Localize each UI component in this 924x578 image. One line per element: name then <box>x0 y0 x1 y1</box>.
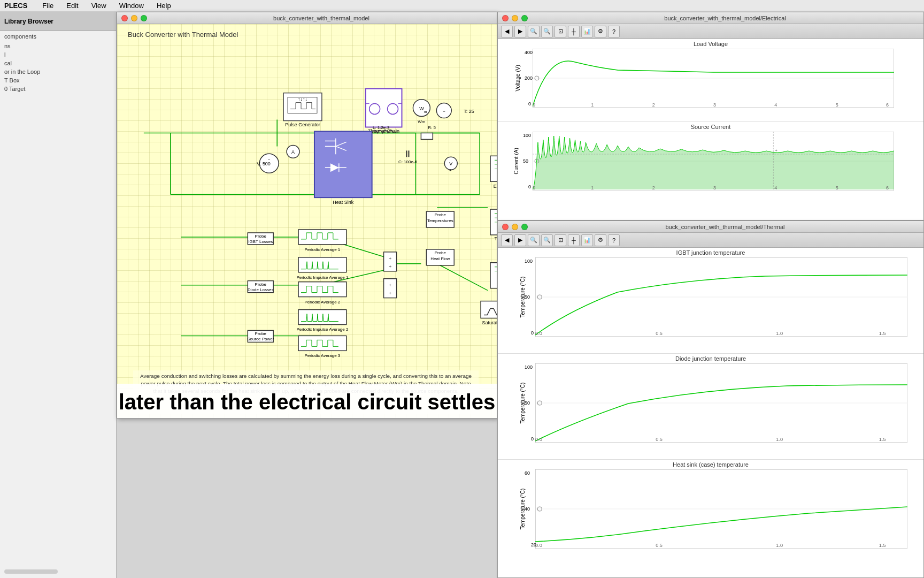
sidebar-item-target[interactable]: 0 Target <box>0 85 116 93</box>
settings-button[interactable]: ⚙ <box>595 26 606 37</box>
svg-text:1.5: 1.5 <box>879 437 886 442</box>
app-logo: PLECS <box>4 2 27 10</box>
cursor-button[interactable]: ┼ <box>568 26 580 37</box>
thermal-export-button[interactable]: 📊 <box>581 234 593 246</box>
svg-text:Probe: Probe <box>255 331 267 336</box>
svg-rect-102 <box>298 257 346 272</box>
menu-file[interactable]: File <box>40 2 56 10</box>
svg-text:m: m <box>424 110 427 113</box>
zoom-in-button[interactable]: 🔍 <box>528 26 540 37</box>
thermal-zoom-in-button[interactable]: 🔍 <box>528 234 540 246</box>
svg-text:L: 1.2e-3: L: 1.2e-3 <box>373 125 390 130</box>
electrical-chart-title: buck_converter_with_thermal_model/Electr… <box>531 15 919 21</box>
svg-text:2: 2 <box>652 185 655 191</box>
thermal-chart-toolbar: ◀ ▶ 🔍 🔍 ⊡ ┼ 📊 ⚙ ? <box>498 233 923 248</box>
svg-text:3: 3 <box>713 102 716 108</box>
close-button[interactable] <box>121 15 128 21</box>
thermal-settings-button[interactable]: ⚙ <box>595 234 606 246</box>
schematic-window-title: buck_converter_with_thermal_model <box>150 15 492 21</box>
svg-text:Periodic Impulse Average 2: Periodic Impulse Average 2 <box>296 327 348 332</box>
electrical-maximize-button[interactable] <box>521 15 528 21</box>
current-x-label: Time (s) <box>894 193 924 199</box>
svg-rect-106 <box>298 310 346 325</box>
svg-text:3: 3 <box>713 185 716 191</box>
electrical-chart-window: buck_converter_with_thermal_model/Electr… <box>497 12 924 220</box>
electrical-close-button[interactable] <box>502 15 509 21</box>
svg-text:Probe: Probe <box>435 212 446 217</box>
nav-back-button[interactable]: ◀ <box>501 26 513 37</box>
load-voltage-plot: Voltage (V) 400 200 0 0 1 2 3 4 5 6 <box>533 49 894 108</box>
svg-line-18 <box>437 264 488 291</box>
menu-help[interactable]: Help <box>155 2 173 10</box>
sidebar-item-cal[interactable]: cal <box>0 59 116 67</box>
thermal-cursor-button[interactable]: ┼ <box>568 234 580 246</box>
schematic-window: buck_converter_with_thermal_model Buck C… <box>117 12 497 419</box>
thermal-help-button[interactable]: ? <box>608 234 620 246</box>
igbt-temp-plot: Temperature (°C) 100 50 0 0.0 0.5 1.0 1.… <box>535 257 907 337</box>
minimize-button[interactable] <box>131 15 137 21</box>
svg-text:↑↓↑↓: ↑↓↑↓ <box>298 96 307 102</box>
sidebar-item-tbox[interactable]: T Box <box>0 76 116 85</box>
maximize-button[interactable] <box>141 15 147 21</box>
svg-text:Periodic Impulse Average 1: Periodic Impulse Average 1 <box>296 275 348 280</box>
sidebar-item-l[interactable]: l <box>0 50 116 59</box>
svg-text:1.5: 1.5 <box>879 543 886 548</box>
menu-view[interactable]: View <box>89 2 109 10</box>
igbt-y-min: 0 <box>531 330 534 336</box>
igbt-temp-svg: 0.0 0.5 1.0 1.5 <box>535 257 907 337</box>
sidebar-item-ns[interactable]: ns <box>0 42 116 50</box>
svg-text:5: 5 <box>836 185 838 191</box>
svg-text:4: 4 <box>774 185 777 191</box>
svg-text:Periodic Average 1: Periodic Average 1 <box>305 247 341 252</box>
thermal-maximize-button[interactable] <box>521 224 528 230</box>
schematic-diagram: ↑↓↑↓ Pulse Generator Thermal Chain W m <box>117 24 497 418</box>
diode-x-label: Time (s) <box>907 446 924 452</box>
thermal-close-button[interactable] <box>502 224 509 230</box>
help-button[interactable]: ? <box>608 26 620 37</box>
current-y-mid: 50 <box>523 158 528 164</box>
igbt-x-label: Time (s) <box>907 340 924 346</box>
svg-rect-32 <box>366 89 402 127</box>
svg-text:V: V <box>449 161 452 166</box>
thermal-fit-button[interactable]: ⊡ <box>555 234 566 246</box>
svg-text:Periodic Average 2: Periodic Average 2 <box>305 300 341 305</box>
svg-text:IGBT Losses: IGBT Losses <box>248 239 273 244</box>
sidebar-scrollbar[interactable] <box>4 569 58 574</box>
svg-text:+: + <box>389 283 391 288</box>
window-controls <box>121 15 147 21</box>
svg-text:~: ~ <box>443 109 445 114</box>
load-voltage-svg: 0 1 2 3 4 5 6 <box>533 49 894 108</box>
svg-text:Probe: Probe <box>255 282 267 287</box>
electrical-minimize-button[interactable] <box>512 15 518 21</box>
svg-text:Saturation: Saturation <box>482 320 497 325</box>
nav-forward-button[interactable]: ▶ <box>514 26 526 37</box>
menu-edit[interactable]: Edit <box>64 2 80 10</box>
schematic-titlebar: buck_converter_with_thermal_model <box>117 12 497 24</box>
current-y-min: 0 <box>528 184 531 189</box>
current-y-max: 100 <box>523 133 531 138</box>
svg-text:+: + <box>389 256 391 261</box>
sidebar-item-loop[interactable]: or in the Loop <box>0 67 116 76</box>
thermal-chart-title: buck_converter_with_thermal_model/Therma… <box>531 224 919 230</box>
thermal-nav-back-button[interactable]: ◀ <box>501 234 513 246</box>
svg-text:Wm: Wm <box>418 119 426 124</box>
source-current-svg: + 0 1 2 3 4 5 6 <box>533 132 894 191</box>
thermal-minimize-button[interactable] <box>512 224 518 230</box>
diode-temp-title: Diode junction temperature <box>498 354 923 363</box>
svg-text:+: + <box>389 264 391 269</box>
heatsink-temp-plot: Temperature (°C) 60 40 20 0.0 0.5 1.0 1.… <box>535 469 907 549</box>
svg-text:Thermal: Thermal <box>495 236 497 241</box>
svg-text:A: A <box>291 149 295 155</box>
current-y-label: Current (A) <box>513 148 519 174</box>
svg-text:0: 0 <box>533 102 535 108</box>
thermal-nav-forward-button[interactable]: ▶ <box>514 234 526 246</box>
schematic-canvas[interactable]: Buck Converter with Thermal Model <box>117 24 497 418</box>
zoom-out-button[interactable]: 🔍 <box>541 26 553 37</box>
library-browser-title: Library Browser <box>0 12 116 31</box>
overlay-text-main: later than the electrical circuit settle… <box>117 390 497 414</box>
igbt-y-mid: 50 <box>525 294 530 300</box>
menu-window[interactable]: Window <box>117 2 146 10</box>
export-button[interactable]: 📊 <box>581 26 593 37</box>
fit-button[interactable]: ⊡ <box>555 26 566 37</box>
thermal-zoom-out-button[interactable]: 🔍 <box>541 234 553 246</box>
